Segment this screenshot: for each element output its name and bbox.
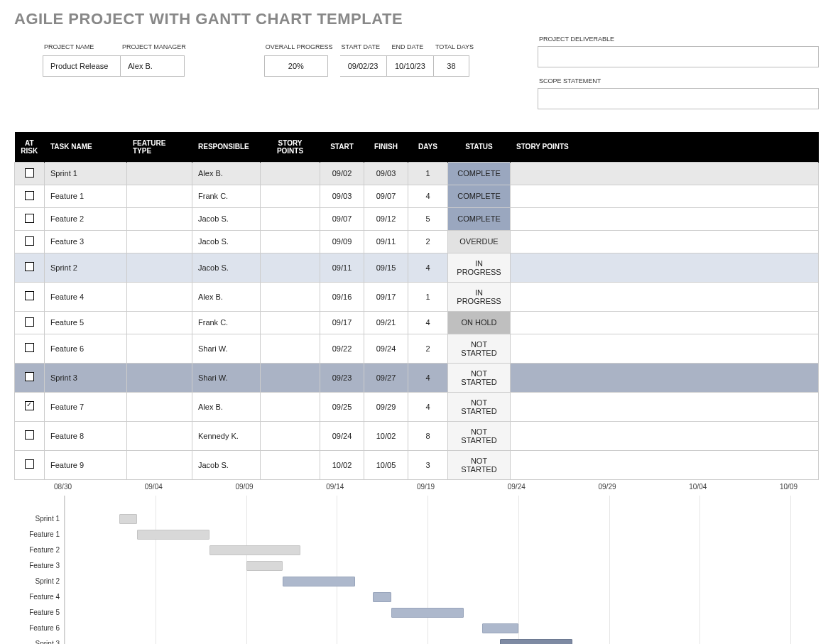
cell-task[interactable]: Feature 6 [45,334,127,363]
deliverable-input[interactable] [538,46,819,67]
start-date-value[interactable]: 09/02/23 [340,55,387,77]
cell-finish[interactable]: 09/29 [364,392,408,421]
cell-responsible[interactable]: Kennedy K. [192,421,261,450]
cell-story-points-2[interactable] [511,334,819,363]
cell-responsible[interactable]: Alex B. [192,282,261,311]
at-risk-checkbox[interactable] [25,191,34,200]
cell-story-points[interactable] [261,230,320,253]
at-risk-checkbox[interactable] [25,401,34,410]
cell-finish[interactable]: 09/27 [364,363,408,392]
cell-start[interactable]: 09/25 [320,392,364,421]
cell-start[interactable]: 10/02 [320,450,364,479]
cell-story-points-2[interactable] [511,421,819,450]
cell-story-points[interactable] [261,421,320,450]
cell-responsible[interactable]: Jacob S. [192,230,261,253]
cell-story-points[interactable] [261,207,320,230]
cell-task[interactable]: Feature 3 [45,230,127,253]
cell-start[interactable]: 09/16 [320,282,364,311]
cell-start[interactable]: 09/23 [320,363,364,392]
project-name-value[interactable]: Product Release [43,55,121,77]
at-risk-checkbox[interactable] [25,430,34,440]
cell-responsible[interactable]: Shari W. [192,334,261,363]
cell-feature-type[interactable] [127,185,192,207]
cell-story-points-2[interactable] [511,207,819,230]
cell-status[interactable]: IN PROGRESS [448,253,511,282]
cell-story-points-2[interactable] [511,253,819,282]
cell-story-points[interactable] [261,450,320,479]
cell-story-points[interactable] [261,334,320,363]
cell-responsible[interactable]: Jacob S. [192,207,261,230]
cell-responsible[interactable]: Frank C. [192,311,261,334]
cell-task[interactable]: Sprint 1 [45,162,127,185]
cell-responsible[interactable]: Alex B. [192,162,261,185]
cell-story-points-2[interactable] [511,282,819,311]
cell-task[interactable]: Feature 8 [45,421,127,450]
cell-start[interactable]: 09/22 [320,334,364,363]
cell-start[interactable]: 09/03 [320,185,364,207]
cell-start[interactable]: 09/07 [320,207,364,230]
cell-story-points[interactable] [261,392,320,421]
cell-feature-type[interactable] [127,334,192,363]
cell-status[interactable]: NOT STARTED [448,392,511,421]
cell-status[interactable]: NOT STARTED [448,450,511,479]
cell-finish[interactable]: 10/02 [364,421,408,450]
cell-story-points[interactable] [261,253,320,282]
cell-status[interactable]: OVERDUE [448,230,511,253]
cell-story-points[interactable] [261,363,320,392]
cell-story-points[interactable] [261,282,320,311]
cell-start[interactable]: 09/24 [320,421,364,450]
cell-feature-type[interactable] [127,162,192,185]
cell-responsible[interactable]: Jacob S. [192,450,261,479]
cell-task[interactable]: Feature 1 [45,185,127,207]
cell-story-points-2[interactable] [511,162,819,185]
cell-feature-type[interactable] [127,363,192,392]
cell-task[interactable]: Sprint 3 [45,363,127,392]
cell-start[interactable]: 09/02 [320,162,364,185]
cell-feature-type[interactable] [127,311,192,334]
cell-story-points-2[interactable] [511,392,819,421]
cell-feature-type[interactable] [127,392,192,421]
at-risk-checkbox[interactable] [25,236,34,246]
cell-task[interactable]: Feature 9 [45,450,127,479]
cell-status[interactable]: COMPLETE [448,185,511,207]
cell-story-points-2[interactable] [511,311,819,334]
cell-status[interactable]: COMPLETE [448,207,511,230]
cell-responsible[interactable]: Alex B. [192,392,261,421]
cell-finish[interactable]: 09/15 [364,253,408,282]
cell-story-points[interactable] [261,185,320,207]
at-risk-checkbox[interactable] [25,372,34,381]
at-risk-checkbox[interactable] [25,262,34,271]
cell-task[interactable]: Sprint 2 [45,253,127,282]
cell-finish[interactable]: 10/05 [364,450,408,479]
at-risk-checkbox[interactable] [25,214,34,223]
cell-finish[interactable]: 09/07 [364,185,408,207]
cell-finish[interactable]: 09/17 [364,282,408,311]
cell-status[interactable]: IN PROGRESS [448,282,511,311]
cell-responsible[interactable]: Jacob S. [192,253,261,282]
at-risk-checkbox[interactable] [25,317,34,327]
at-risk-checkbox[interactable] [25,291,34,300]
cell-task[interactable]: Feature 4 [45,282,127,311]
cell-finish[interactable]: 09/24 [364,334,408,363]
cell-finish[interactable]: 09/21 [364,311,408,334]
cell-responsible[interactable]: Frank C. [192,185,261,207]
cell-story-points-2[interactable] [511,230,819,253]
cell-feature-type[interactable] [127,282,192,311]
cell-feature-type[interactable] [127,253,192,282]
cell-status[interactable]: ON HOLD [448,311,511,334]
cell-task[interactable]: Feature 5 [45,311,127,334]
cell-finish[interactable]: 09/03 [364,162,408,185]
at-risk-checkbox[interactable] [25,459,34,469]
cell-story-points-2[interactable] [511,363,819,392]
cell-start[interactable]: 09/09 [320,230,364,253]
cell-start[interactable]: 09/11 [320,253,364,282]
cell-feature-type[interactable] [127,207,192,230]
cell-story-points-2[interactable] [511,185,819,207]
cell-start[interactable]: 09/17 [320,311,364,334]
at-risk-checkbox[interactable] [25,343,34,352]
cell-task[interactable]: Feature 7 [45,392,127,421]
cell-feature-type[interactable] [127,230,192,253]
cell-responsible[interactable]: Shari W. [192,363,261,392]
cell-status[interactable]: NOT STARTED [448,363,511,392]
end-date-value[interactable]: 10/10/23 [387,55,434,77]
